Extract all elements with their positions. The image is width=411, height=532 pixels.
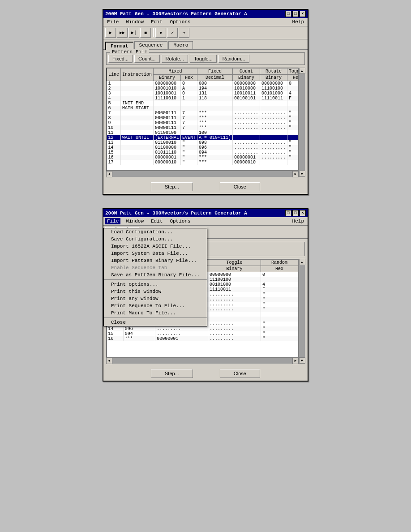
table-row[interactable]: 41111001011180010010111110011F <box>107 96 299 101</box>
table-wrapper-1: Line Instruction Mixed Fixed Count Rotat… <box>106 68 305 177</box>
skip-btn[interactable]: ▶| <box>128 28 139 38</box>
step-btn-1[interactable]: Step... <box>151 182 193 191</box>
col-h-binary: Binary <box>154 75 181 81</box>
scrollbar-v-2[interactable]: ▲ ▼ <box>299 259 305 364</box>
table-row[interactable]: 15094.................." <box>107 331 298 336</box>
menu-edit-2[interactable]: Edit <box>149 218 164 224</box>
menu-print-any[interactable]: Print any window <box>104 295 207 302</box>
menu-file-2[interactable]: File <box>105 218 120 224</box>
table-cell: 7 <box>181 125 197 130</box>
table-cell: ......... <box>208 326 261 331</box>
tab-macro-1[interactable]: Macro <box>168 41 193 49</box>
menu-window-1[interactable]: Window <box>124 19 146 25</box>
menu-edit-1[interactable]: Edit <box>149 19 164 25</box>
title-bar-1: 200M Patt Gen - 300Mvector/s Pattern Gen… <box>103 10 308 18</box>
scroll-track-v-2[interactable] <box>299 265 305 357</box>
close-icon-1[interactable]: × <box>300 11 306 17</box>
table-row[interactable]: 10000001117***.................." <box>107 125 299 130</box>
menu-print-options[interactable]: Print options... <box>104 281 207 288</box>
scrollbar-h-2[interactable]: ◄ ► <box>106 357 299 364</box>
count-btn-1[interactable]: Count... <box>134 55 160 63</box>
table-cell <box>287 130 299 135</box>
menu-help-2[interactable]: Help <box>291 218 306 224</box>
stop-btn[interactable]: ■ <box>140 28 151 38</box>
data-table-container-1[interactable]: Line Instruction Mixed Fixed Count Rotat… <box>106 68 299 171</box>
table-row[interactable]: 16***00000001........." <box>107 336 298 341</box>
scroll-left-2[interactable]: ◄ <box>106 358 112 364</box>
menu-file-1[interactable]: File <box>105 19 120 25</box>
toggle-btn-1[interactable]: Toggle... <box>190 55 217 63</box>
table-row[interactable]: 210001010A1941001000011100100 <box>107 86 299 91</box>
play-btn[interactable]: ▶ <box>105 28 116 38</box>
scroll-track-h-1[interactable] <box>112 171 292 177</box>
close-btn-2[interactable]: Close <box>220 369 260 378</box>
check-btn[interactable]: ✓ <box>167 28 178 38</box>
record-btn[interactable]: ● <box>155 28 166 38</box>
menu-save-config[interactable]: Save Configuration... <box>104 236 207 243</box>
fixed-btn-1[interactable]: Fixed... <box>108 55 133 63</box>
table-row[interactable]: 310010001013110010011001010004 <box>107 91 299 96</box>
tab-format-1[interactable]: Format <box>105 42 133 50</box>
table-row[interactable]: 100000000000000000000000000000 <box>107 81 299 86</box>
arrow-btn[interactable]: ⇒ <box>179 28 189 38</box>
close-btn-1[interactable]: Close <box>220 182 260 191</box>
table-row[interactable]: 8000001117***.................." <box>107 116 299 120</box>
menu-options-1[interactable]: Options <box>168 19 192 25</box>
table-row[interactable]: 1401100000"096.................." <box>107 145 299 150</box>
minimize-btn-1[interactable]: □ <box>285 11 291 17</box>
menu-print-window[interactable]: Print this window <box>104 288 207 295</box>
scroll-right-2[interactable]: ► <box>292 358 299 364</box>
scroll-track-h-2[interactable] <box>112 358 292 364</box>
random-btn-1[interactable]: Random... <box>218 55 249 63</box>
menu-print-seq[interactable]: Print Sequence To File... <box>104 302 207 309</box>
col-h2-rand-hex: Hex <box>261 266 298 272</box>
rotate-btn-1[interactable]: Rotate... <box>162 55 188 63</box>
maximize-btn-2[interactable]: □ <box>292 210 299 216</box>
scroll-down-2[interactable]: ▼ <box>299 357 305 364</box>
scrollbar-v-1[interactable]: ▲ ▼ <box>299 68 305 177</box>
table-row[interactable]: 14096.................." <box>107 326 298 331</box>
table-row[interactable]: 12WAIT UNTIL[EXTERNALEVENTA = 010+111] <box>107 135 299 140</box>
col-h-fixed: Fixed <box>197 69 233 75</box>
table-row[interactable]: 6MAIN START <box>107 106 299 111</box>
menu-import-pattgen[interactable]: Import PattGen Binary File... <box>104 257 207 264</box>
scroll-track-v-1[interactable] <box>299 74 305 171</box>
tab-sequence-1[interactable]: Sequence <box>134 41 168 49</box>
table-cell: *** <box>197 125 233 130</box>
table-cell: 7 <box>107 111 121 116</box>
menu-close[interactable]: Close <box>104 319 207 326</box>
table-row[interactable]: 7000001117***.................." <box>107 111 299 116</box>
table-row[interactable]: 1600000001"***00000001........." <box>107 155 299 160</box>
table-row[interactable]: 1301100010"098.................." <box>107 140 299 145</box>
menu-help-1[interactable]: Help <box>291 19 306 25</box>
close-icon-2[interactable]: × <box>300 210 306 216</box>
content-area-1: Pattern Fill Fixed... Count... Rotate...… <box>103 49 308 180</box>
play2-btn[interactable]: ▶▶ <box>117 28 128 38</box>
menu-print-macro[interactable]: Print Macro To File... <box>104 309 207 317</box>
menu-import-system[interactable]: Import System Data File... <box>104 250 207 257</box>
scrollbar-h-1[interactable]: ◄ ► <box>106 171 299 177</box>
window-2: 200M Patt Gen - 300Mvector/s Pattern Gen… <box>103 208 308 382</box>
table-row[interactable]: 1101100100100 <box>107 130 299 135</box>
scroll-up-1[interactable]: ▲ <box>299 68 305 74</box>
table-row[interactable]: 9000001117***.................." <box>107 120 299 125</box>
maximize-btn-1[interactable]: □ <box>292 11 299 17</box>
minimize-btn-2[interactable]: □ <box>285 210 291 216</box>
menu-options-2[interactable]: Options <box>168 218 192 224</box>
step-btn-2[interactable]: Step... <box>151 369 193 378</box>
table-row[interactable]: 1700000010"***00000010 <box>107 160 299 165</box>
scroll-down-1[interactable]: ▼ <box>299 171 305 177</box>
table-row[interactable]: 1501011110"094.................." <box>107 150 299 155</box>
scroll-right-1[interactable]: ► <box>292 171 299 177</box>
table-row[interactable]: 5INIT END <box>107 101 299 106</box>
scroll-left-1[interactable]: ◄ <box>106 171 112 177</box>
menu-save-pattgen[interactable]: Save as PattGen Binary File... <box>104 271 207 279</box>
table-cell: ......... <box>208 297 261 302</box>
menu-load-config[interactable]: Load Configuration... <box>104 228 207 236</box>
scroll-up-2[interactable]: ▲ <box>299 259 305 265</box>
menu-window-2[interactable]: Window <box>124 218 146 224</box>
col-h-count: Count <box>233 69 260 75</box>
table-cell: ......... <box>208 336 261 341</box>
menu-import-ascii[interactable]: Import 16522A ASCII File... <box>104 243 207 250</box>
table-cell: *** <box>123 336 155 341</box>
